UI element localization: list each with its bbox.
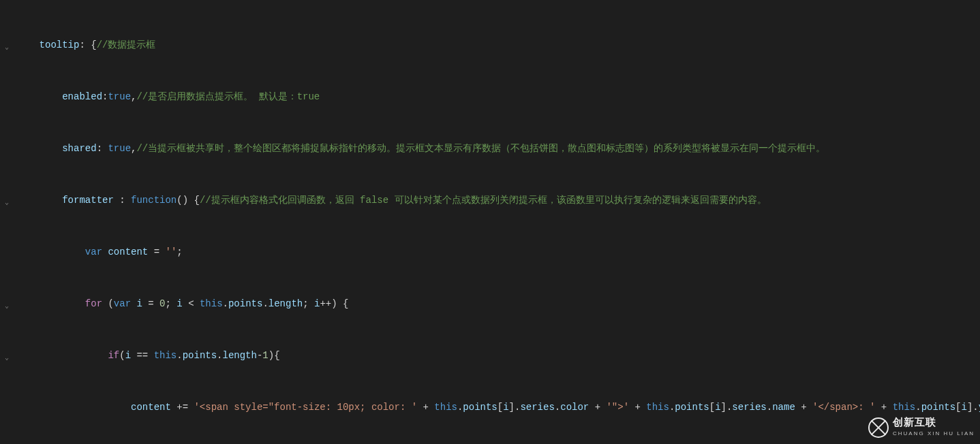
watermark-logo: 创新互联 CHUANG XIN HU LIAN (868, 415, 975, 440)
code-editor[interactable]: ⌄ tooltip: {//数据提示框 enabled:true,//是否启用数… (0, 0, 980, 444)
code-line[interactable]: ⌄ tooltip: {//数据提示框 (16, 39, 980, 52)
fold-icon[interactable]: ⌄ (5, 351, 13, 360)
fold-icon[interactable]: ⌄ (5, 300, 13, 308)
code-line[interactable]: content += '<span style="font-size: 10px… (16, 401, 980, 414)
code-line[interactable]: ⌄ if(i == this.points.length-1){ (16, 349, 980, 362)
fold-icon[interactable]: ⌄ (5, 196, 13, 204)
logo-icon (864, 413, 893, 442)
code-line[interactable]: var content = ''; (16, 246, 980, 259)
watermark-subtext: CHUANG XIN HU LIAN (893, 427, 975, 440)
code-line[interactable]: shared: true,//当提示框被共享时，整个绘图区都将捕捉鼠标指针的移动… (16, 142, 980, 155)
code-line[interactable]: enabled:true,//是否启用数据点提示框。 默认是：true (16, 91, 980, 104)
fold-icon[interactable]: ⌄ (5, 41, 13, 49)
code-line[interactable]: ⌄ formatter : function() {//提示框内容格式化回调函数… (16, 194, 980, 207)
code-line[interactable]: ⌄ for (var i = 0; i < this.points.length… (16, 298, 980, 311)
